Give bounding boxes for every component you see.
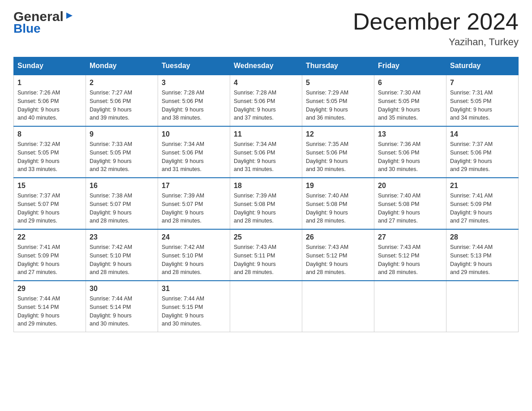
day-info: Sunrise: 7:30 AM Sunset: 5:05 PM Dayligh… [378,89,442,122]
day-info: Sunrise: 7:40 AM Sunset: 5:08 PM Dayligh… [306,192,370,225]
day-info: Sunrise: 7:29 AM Sunset: 5:05 PM Dayligh… [306,89,370,122]
calendar-header-row: SundayMondayTuesdayWednesdayThursdayFrid… [14,57,519,75]
day-number: 16 [90,182,154,190]
calendar-cell: 10 Sunrise: 7:34 AM Sunset: 5:06 PM Dayl… [158,126,230,178]
day-number: 25 [234,233,298,241]
calendar-cell: 17 Sunrise: 7:39 AM Sunset: 5:07 PM Dayl… [158,178,230,229]
day-number: 9 [90,130,154,138]
weekday-header: Thursday [302,57,374,75]
calendar-week-row: 1 Sunrise: 7:26 AM Sunset: 5:06 PM Dayli… [14,75,519,126]
calendar-cell: 6 Sunrise: 7:30 AM Sunset: 5:05 PM Dayli… [374,75,446,126]
calendar-cell: 29 Sunrise: 7:44 AM Sunset: 5:14 PM Dayl… [14,281,86,332]
weekday-header: Friday [374,57,446,75]
day-info: Sunrise: 7:36 AM Sunset: 5:06 PM Dayligh… [378,140,442,174]
day-info: Sunrise: 7:41 AM Sunset: 5:09 PM Dayligh… [17,243,82,277]
day-info: Sunrise: 7:34 AM Sunset: 5:06 PM Dayligh… [162,140,226,174]
day-number: 20 [378,182,442,190]
day-number: 14 [450,130,515,138]
day-info: Sunrise: 7:28 AM Sunset: 5:06 PM Dayligh… [234,89,298,122]
day-info: Sunrise: 7:28 AM Sunset: 5:06 PM Dayligh… [162,89,226,122]
weekday-header: Sunday [14,57,86,75]
day-info: Sunrise: 7:43 AM Sunset: 5:12 PM Dayligh… [378,243,442,277]
logo-blue-text: Blue [13,22,73,36]
calendar-cell: 23 Sunrise: 7:42 AM Sunset: 5:10 PM Dayl… [86,229,158,281]
day-number: 1 [17,79,82,87]
day-number: 12 [306,130,370,138]
day-number: 10 [162,130,226,138]
day-number: 23 [90,233,154,241]
calendar-table: SundayMondayTuesdayWednesdayThursdayFrid… [13,57,519,332]
calendar-cell: 11 Sunrise: 7:34 AM Sunset: 5:06 PM Dayl… [230,126,302,178]
calendar-cell: 18 Sunrise: 7:39 AM Sunset: 5:08 PM Dayl… [230,178,302,229]
calendar-cell: 5 Sunrise: 7:29 AM Sunset: 5:05 PM Dayli… [302,75,374,126]
day-number: 22 [17,233,82,241]
day-info: Sunrise: 7:44 AM Sunset: 5:14 PM Dayligh… [90,295,154,328]
day-number: 5 [306,79,370,87]
calendar-cell: 1 Sunrise: 7:26 AM Sunset: 5:06 PM Dayli… [14,75,86,126]
day-info: Sunrise: 7:38 AM Sunset: 5:07 PM Dayligh… [90,192,154,225]
calendar-cell: 28 Sunrise: 7:44 AM Sunset: 5:13 PM Dayl… [446,229,519,281]
calendar-cell: 25 Sunrise: 7:43 AM Sunset: 5:11 PM Dayl… [230,229,302,281]
day-info: Sunrise: 7:27 AM Sunset: 5:06 PM Dayligh… [90,89,154,122]
svg-marker-0 [66,13,73,19]
day-number: 3 [162,79,226,87]
calendar-cell: 20 Sunrise: 7:40 AM Sunset: 5:08 PM Dayl… [374,178,446,229]
calendar-cell: 4 Sunrise: 7:28 AM Sunset: 5:06 PM Dayli… [230,75,302,126]
day-number: 28 [450,233,515,241]
day-number: 30 [90,285,154,293]
calendar-cell [374,281,446,332]
day-number: 4 [234,79,298,87]
day-number: 31 [162,285,226,293]
day-info: Sunrise: 7:44 AM Sunset: 5:13 PM Dayligh… [450,243,515,277]
calendar-cell: 16 Sunrise: 7:38 AM Sunset: 5:07 PM Dayl… [86,178,158,229]
calendar-cell: 12 Sunrise: 7:35 AM Sunset: 5:06 PM Dayl… [302,126,374,178]
day-number: 7 [450,79,515,87]
day-number: 26 [306,233,370,241]
day-info: Sunrise: 7:42 AM Sunset: 5:10 PM Dayligh… [90,243,154,277]
day-info: Sunrise: 7:34 AM Sunset: 5:06 PM Dayligh… [234,140,298,174]
calendar-cell: 15 Sunrise: 7:37 AM Sunset: 5:07 PM Dayl… [14,178,86,229]
day-info: Sunrise: 7:44 AM Sunset: 5:14 PM Dayligh… [17,295,82,328]
calendar-week-row: 8 Sunrise: 7:32 AM Sunset: 5:05 PM Dayli… [14,126,519,178]
page-subtitle: Yazihan, Turkey [353,36,519,48]
day-number: 18 [234,182,298,190]
day-number: 15 [17,182,82,190]
weekday-header: Monday [86,57,158,75]
page-header: General Blue December 2024 Yazihan, Turk… [13,9,519,48]
day-number: 2 [90,79,154,87]
logo-arrow-icon [65,12,73,21]
calendar-cell: 30 Sunrise: 7:44 AM Sunset: 5:14 PM Dayl… [86,281,158,332]
calendar-cell [446,281,519,332]
calendar-cell: 13 Sunrise: 7:36 AM Sunset: 5:06 PM Dayl… [374,126,446,178]
day-number: 19 [306,182,370,190]
day-info: Sunrise: 7:26 AM Sunset: 5:06 PM Dayligh… [17,89,82,122]
day-number: 11 [234,130,298,138]
calendar-cell [230,281,302,332]
calendar-cell: 27 Sunrise: 7:43 AM Sunset: 5:12 PM Dayl… [374,229,446,281]
day-info: Sunrise: 7:44 AM Sunset: 5:15 PM Dayligh… [162,295,226,328]
calendar-cell: 19 Sunrise: 7:40 AM Sunset: 5:08 PM Dayl… [302,178,374,229]
day-info: Sunrise: 7:37 AM Sunset: 5:07 PM Dayligh… [17,192,82,225]
calendar-cell: 26 Sunrise: 7:43 AM Sunset: 5:12 PM Dayl… [302,229,374,281]
calendar-cell: 7 Sunrise: 7:31 AM Sunset: 5:05 PM Dayli… [446,75,519,126]
calendar-cell: 3 Sunrise: 7:28 AM Sunset: 5:06 PM Dayli… [158,75,230,126]
day-number: 6 [378,79,442,87]
day-info: Sunrise: 7:33 AM Sunset: 5:05 PM Dayligh… [90,140,154,174]
day-info: Sunrise: 7:43 AM Sunset: 5:12 PM Dayligh… [306,243,370,277]
day-info: Sunrise: 7:31 AM Sunset: 5:05 PM Dayligh… [450,89,515,122]
calendar-cell: 21 Sunrise: 7:41 AM Sunset: 5:09 PM Dayl… [446,178,519,229]
calendar-week-row: 15 Sunrise: 7:37 AM Sunset: 5:07 PM Dayl… [14,178,519,229]
calendar-week-row: 29 Sunrise: 7:44 AM Sunset: 5:14 PM Dayl… [14,281,519,332]
calendar-cell: 14 Sunrise: 7:37 AM Sunset: 5:06 PM Dayl… [446,126,519,178]
day-number: 13 [378,130,442,138]
day-number: 8 [17,130,82,138]
logo: General Blue [13,9,73,36]
day-info: Sunrise: 7:40 AM Sunset: 5:08 PM Dayligh… [378,192,442,225]
calendar-cell: 9 Sunrise: 7:33 AM Sunset: 5:05 PM Dayli… [86,126,158,178]
day-info: Sunrise: 7:35 AM Sunset: 5:06 PM Dayligh… [306,140,370,174]
calendar-cell: 8 Sunrise: 7:32 AM Sunset: 5:05 PM Dayli… [14,126,86,178]
day-info: Sunrise: 7:39 AM Sunset: 5:07 PM Dayligh… [162,192,226,225]
calendar-cell: 2 Sunrise: 7:27 AM Sunset: 5:06 PM Dayli… [86,75,158,126]
calendar-cell: 31 Sunrise: 7:44 AM Sunset: 5:15 PM Dayl… [158,281,230,332]
title-area: December 2024 Yazihan, Turkey [353,9,519,48]
